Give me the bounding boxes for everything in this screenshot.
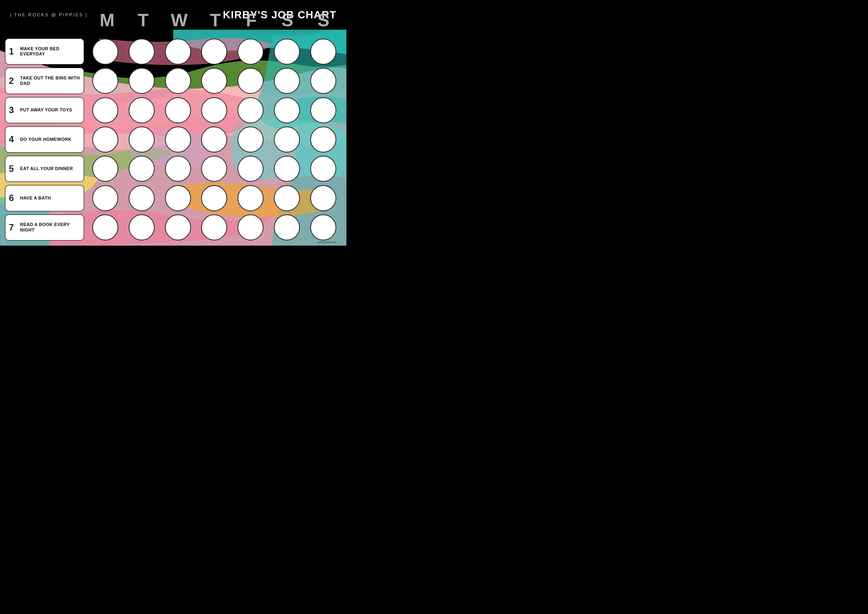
day-wednesday: W [163, 10, 195, 30]
page: | THE ROCKS @ PIPPIES | KIRBY'S JOB CHAR… [0, 0, 346, 246]
job-row-3: 3 PUT AWAY YOUR TOYS [5, 97, 341, 123]
circles-row-5 [87, 156, 341, 182]
job-number-5: 5 [9, 165, 17, 173]
circle-5-wed[interactable] [165, 156, 191, 182]
job-row-6: 6 HAVE A BATH [5, 185, 341, 211]
job-text-6: HAVE A BATH [20, 196, 51, 201]
job-number-1: 1 [9, 47, 17, 56]
circle-2-sun[interactable] [310, 68, 336, 94]
job-label-3: 3 PUT AWAY YOUR TOYS [5, 97, 84, 123]
day-friday: F [235, 10, 268, 30]
main-content: 1 MAKE YOUR BED EVERYDAY 2 TAKE OUT THE … [5, 38, 341, 241]
day-saturday: S [271, 10, 303, 30]
circle-6-thu[interactable] [201, 185, 227, 211]
circle-7-thu[interactable] [201, 215, 227, 240]
circle-2-mon[interactable] [92, 68, 118, 94]
job-label-5: 5 EAT ALL YOUR DINNER [5, 156, 84, 182]
circle-1-sun[interactable] [310, 39, 336, 65]
job-label-2: 2 TAKE OUT THE BINS WITH DAD [5, 68, 84, 94]
circle-5-thu[interactable] [201, 156, 227, 182]
circle-2-sat[interactable] [274, 68, 300, 94]
circle-1-sat[interactable] [274, 39, 300, 65]
circle-4-sat[interactable] [274, 126, 300, 152]
circle-4-fri[interactable] [237, 126, 264, 152]
job-number-7: 7 [9, 223, 17, 232]
circle-6-mon[interactable] [92, 185, 118, 211]
circle-5-sat[interactable] [274, 156, 300, 182]
job-row-4: 4 DO YOUR HOMEWORK [5, 126, 341, 152]
job-number-4: 4 [9, 135, 17, 144]
circle-4-mon[interactable] [92, 126, 118, 152]
circle-5-sun[interactable] [310, 156, 336, 182]
circle-7-sat[interactable] [274, 215, 300, 240]
circle-4-tue[interactable] [129, 126, 155, 152]
circle-3-tue[interactable] [129, 97, 155, 123]
circle-1-fri[interactable] [237, 39, 264, 65]
circles-row-4 [87, 126, 341, 152]
job-text-5: EAT ALL YOUR DINNER [20, 166, 73, 172]
job-text-3: PUT AWAY YOUR TOYS [20, 107, 72, 113]
circle-3-mon[interactable] [92, 97, 118, 123]
circle-1-mon[interactable] [92, 39, 118, 65]
circles-row-1 [87, 39, 341, 65]
circle-7-mon[interactable] [92, 215, 118, 240]
circle-2-fri[interactable] [237, 68, 264, 94]
job-label-1: 1 MAKE YOUR BED EVERYDAY [5, 38, 84, 65]
footer-url: www.tomfo.com [317, 241, 336, 244]
circles-row-6 [87, 185, 341, 211]
circle-4-thu[interactable] [201, 126, 227, 152]
job-row-7: 7 READ A BOOK EVERY NIGHT [5, 215, 341, 241]
circle-1-thu[interactable] [201, 39, 227, 65]
day-monday: M [91, 10, 123, 30]
circle-6-sun[interactable] [310, 185, 336, 211]
job-text-4: DO YOUR HOMEWORK [20, 137, 71, 142]
circle-6-tue[interactable] [129, 185, 155, 211]
circle-2-wed[interactable] [165, 68, 191, 94]
job-number-2: 2 [9, 76, 17, 85]
circle-4-wed[interactable] [165, 126, 191, 152]
job-text-7: READ A BOOK EVERY NIGHT [20, 222, 80, 233]
day-sunday: S [307, 10, 339, 30]
job-number-3: 3 [9, 106, 17, 115]
circle-7-fri[interactable] [237, 215, 264, 240]
circle-7-sun[interactable] [310, 215, 336, 240]
circle-3-sat[interactable] [274, 97, 300, 123]
job-row-2: 2 TAKE OUT THE BINS WITH DAD [5, 68, 341, 94]
circle-3-sun[interactable] [310, 97, 336, 123]
circle-4-sun[interactable] [310, 126, 336, 152]
job-text-2: TAKE OUT THE BINS WITH DAD [20, 76, 80, 86]
footer: www.tomfo.com [317, 241, 336, 244]
job-text-1: MAKE YOUR BED EVERYDAY [20, 46, 80, 57]
circle-6-sat[interactable] [274, 185, 300, 211]
days-header: M T W T F S S [89, 10, 341, 30]
circle-5-fri[interactable] [237, 156, 264, 182]
circle-6-fri[interactable] [237, 185, 264, 211]
circle-7-tue[interactable] [129, 215, 155, 240]
job-label-4: 4 DO YOUR HOMEWORK [5, 126, 84, 152]
job-label-6: 6 HAVE A BATH [5, 185, 84, 211]
circle-3-fri[interactable] [237, 97, 264, 123]
circle-5-tue[interactable] [129, 156, 155, 182]
job-row-1: 1 MAKE YOUR BED EVERYDAY [5, 38, 341, 65]
circle-1-wed[interactable] [165, 39, 191, 65]
job-number-6: 6 [9, 194, 17, 202]
circle-3-wed[interactable] [165, 97, 191, 123]
circles-row-3 [87, 97, 341, 123]
circles-row-7 [87, 215, 341, 240]
day-thursday: T [199, 10, 231, 30]
circle-6-wed[interactable] [165, 185, 191, 211]
day-tuesday: T [127, 10, 160, 30]
brand-name: | THE ROCKS @ PIPPIES | [10, 12, 88, 17]
circle-2-tue[interactable] [129, 68, 155, 94]
circle-5-mon[interactable] [92, 156, 118, 182]
circles-row-2 [87, 68, 341, 94]
circle-1-tue[interactable] [129, 39, 155, 65]
circle-3-thu[interactable] [201, 97, 227, 123]
circle-7-wed[interactable] [165, 215, 191, 240]
job-row-5: 5 EAT ALL YOUR DINNER [5, 156, 341, 182]
job-label-7: 7 READ A BOOK EVERY NIGHT [5, 215, 84, 241]
circle-2-thu[interactable] [201, 68, 227, 94]
